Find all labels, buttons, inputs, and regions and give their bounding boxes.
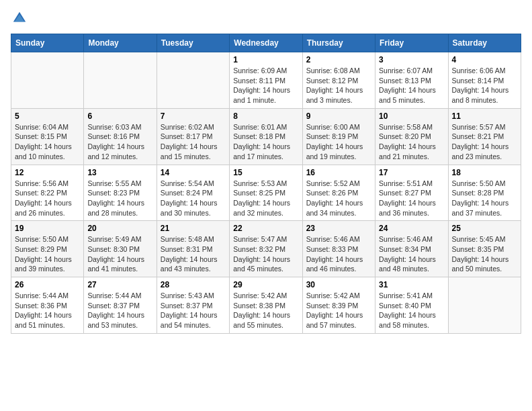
day-info: Sunrise: 5:49 AM Sunset: 8:30 PM Dayligh… (87, 234, 152, 274)
day-number: 31 (379, 280, 444, 289)
day-info: Sunrise: 5:52 AM Sunset: 8:26 PM Dayligh… (306, 179, 371, 218)
day-info: Sunrise: 5:42 AM Sunset: 8:38 PM Dayligh… (233, 291, 298, 330)
calendar-cell: 18Sunrise: 5:50 AM Sunset: 8:28 PM Dayli… (448, 165, 521, 221)
calendar-cell: 8Sunrise: 6:01 AM Sunset: 8:18 PM Daylig… (230, 108, 302, 165)
day-number: 1 (233, 55, 298, 64)
day-header-tuesday: Tuesday (157, 34, 229, 52)
day-info: Sunrise: 5:44 AM Sunset: 8:36 PM Dayligh… (15, 291, 80, 330)
calendar-cell: 26Sunrise: 5:44 AM Sunset: 8:36 PM Dayli… (11, 277, 84, 334)
calendar-cell: 12Sunrise: 5:56 AM Sunset: 8:22 PM Dayli… (11, 165, 84, 221)
calendar-cell: 13Sunrise: 5:55 AM Sunset: 8:23 PM Dayli… (84, 165, 157, 221)
day-info: Sunrise: 5:50 AM Sunset: 8:29 PM Dayligh… (15, 234, 80, 274)
day-number: 8 (233, 111, 298, 121)
day-number: 25 (452, 224, 517, 233)
day-number: 24 (379, 224, 444, 233)
calendar-cell: 9Sunrise: 6:00 AM Sunset: 8:19 PM Daylig… (302, 108, 375, 165)
day-info: Sunrise: 5:42 AM Sunset: 8:39 PM Dayligh… (306, 291, 371, 330)
day-info: Sunrise: 5:55 AM Sunset: 8:23 PM Dayligh… (87, 179, 152, 218)
calendar-cell: 25Sunrise: 5:45 AM Sunset: 8:35 PM Dayli… (448, 221, 521, 277)
calendar-week-row: 19Sunrise: 5:50 AM Sunset: 8:29 PM Dayli… (11, 221, 521, 277)
calendar-week-row: 1Sunrise: 6:09 AM Sunset: 8:11 PM Daylig… (11, 52, 521, 109)
calendar-cell: 16Sunrise: 5:52 AM Sunset: 8:26 PM Dayli… (302, 165, 375, 221)
day-info: Sunrise: 5:56 AM Sunset: 8:22 PM Dayligh… (15, 179, 80, 218)
calendar-cell: 6Sunrise: 6:03 AM Sunset: 8:16 PM Daylig… (84, 108, 157, 165)
day-info: Sunrise: 5:46 AM Sunset: 8:34 PM Dayligh… (379, 234, 444, 274)
day-info: Sunrise: 6:02 AM Sunset: 8:17 PM Dayligh… (161, 122, 226, 162)
day-info: Sunrise: 5:57 AM Sunset: 8:21 PM Dayligh… (452, 122, 517, 162)
calendar-cell: 27Sunrise: 5:44 AM Sunset: 8:37 PM Dayli… (84, 277, 157, 334)
day-number: 22 (233, 224, 298, 233)
day-info: Sunrise: 6:09 AM Sunset: 8:11 PM Dayligh… (233, 66, 298, 105)
calendar-cell: 2Sunrise: 6:08 AM Sunset: 8:12 PM Daylig… (302, 52, 375, 109)
day-info: Sunrise: 6:08 AM Sunset: 8:12 PM Dayligh… (306, 66, 371, 105)
day-number: 21 (161, 224, 226, 233)
day-header-thursday: Thursday (302, 34, 375, 52)
calendar-cell: 15Sunrise: 5:53 AM Sunset: 8:25 PM Dayli… (230, 165, 302, 221)
day-number: 28 (161, 280, 226, 289)
day-info: Sunrise: 6:06 AM Sunset: 8:14 PM Dayligh… (452, 66, 517, 105)
day-info: Sunrise: 6:07 AM Sunset: 8:13 PM Dayligh… (379, 66, 444, 105)
day-number: 29 (233, 280, 298, 289)
day-header-friday: Friday (375, 34, 448, 52)
day-info: Sunrise: 5:51 AM Sunset: 8:27 PM Dayligh… (379, 179, 444, 218)
calendar-cell: 29Sunrise: 5:42 AM Sunset: 8:38 PM Dayli… (230, 277, 302, 334)
calendar-table: SundayMondayTuesdayWednesdayThursdayFrid… (11, 34, 521, 334)
calendar-cell (157, 52, 229, 109)
calendar-week-row: 12Sunrise: 5:56 AM Sunset: 8:22 PM Dayli… (11, 165, 521, 221)
calendar-cell: 24Sunrise: 5:46 AM Sunset: 8:34 PM Dayli… (375, 221, 448, 277)
calendar-week-row: 5Sunrise: 6:04 AM Sunset: 8:15 PM Daylig… (11, 108, 521, 165)
day-number: 30 (306, 280, 371, 289)
day-info: Sunrise: 6:04 AM Sunset: 8:15 PM Dayligh… (15, 122, 80, 162)
day-info: Sunrise: 5:50 AM Sunset: 8:28 PM Dayligh… (452, 179, 517, 218)
day-number: 10 (379, 111, 444, 121)
day-number: 19 (15, 224, 80, 233)
calendar-week-row: 26Sunrise: 5:44 AM Sunset: 8:36 PM Dayli… (11, 277, 521, 334)
calendar-cell: 19Sunrise: 5:50 AM Sunset: 8:29 PM Dayli… (11, 221, 84, 277)
day-number: 2 (306, 55, 371, 64)
day-info: Sunrise: 5:46 AM Sunset: 8:33 PM Dayligh… (306, 234, 371, 274)
day-info: Sunrise: 5:53 AM Sunset: 8:25 PM Dayligh… (233, 179, 298, 218)
logo-icon (12, 11, 27, 26)
logo (11, 11, 27, 26)
day-header-sunday: Sunday (11, 34, 84, 52)
day-number: 4 (452, 55, 517, 64)
day-info: Sunrise: 6:01 AM Sunset: 8:18 PM Dayligh… (233, 122, 298, 162)
day-number: 16 (306, 168, 371, 177)
calendar-cell: 31Sunrise: 5:41 AM Sunset: 8:40 PM Dayli… (375, 277, 448, 334)
day-number: 3 (379, 55, 444, 64)
calendar-cell: 7Sunrise: 6:02 AM Sunset: 8:17 PM Daylig… (157, 108, 229, 165)
day-number: 9 (306, 111, 371, 121)
calendar-cell: 5Sunrise: 6:04 AM Sunset: 8:15 PM Daylig… (11, 108, 84, 165)
calendar-header-row: SundayMondayTuesdayWednesdayThursdayFrid… (11, 34, 521, 52)
day-number: 13 (87, 168, 152, 177)
day-info: Sunrise: 5:43 AM Sunset: 8:37 PM Dayligh… (161, 291, 226, 330)
day-info: Sunrise: 5:41 AM Sunset: 8:40 PM Dayligh… (379, 291, 444, 330)
day-header-saturday: Saturday (448, 34, 521, 52)
day-number: 20 (87, 224, 152, 233)
day-number: 18 (452, 168, 517, 177)
calendar-cell: 3Sunrise: 6:07 AM Sunset: 8:13 PM Daylig… (375, 52, 448, 109)
page-header (11, 11, 521, 26)
day-number: 14 (161, 168, 226, 177)
day-info: Sunrise: 5:45 AM Sunset: 8:35 PM Dayligh… (452, 234, 517, 274)
calendar-cell (11, 52, 84, 109)
day-info: Sunrise: 5:47 AM Sunset: 8:32 PM Dayligh… (233, 234, 298, 274)
day-number: 27 (87, 280, 152, 289)
day-number: 26 (15, 280, 80, 289)
calendar-cell: 30Sunrise: 5:42 AM Sunset: 8:39 PM Dayli… (302, 277, 375, 334)
day-info: Sunrise: 5:54 AM Sunset: 8:24 PM Dayligh… (161, 179, 226, 218)
day-info: Sunrise: 6:00 AM Sunset: 8:19 PM Dayligh… (306, 122, 371, 162)
day-number: 15 (233, 168, 298, 177)
day-info: Sunrise: 5:44 AM Sunset: 8:37 PM Dayligh… (87, 291, 152, 330)
day-info: Sunrise: 5:58 AM Sunset: 8:20 PM Dayligh… (379, 122, 444, 162)
calendar-cell: 1Sunrise: 6:09 AM Sunset: 8:11 PM Daylig… (230, 52, 302, 109)
day-number: 6 (87, 111, 152, 121)
day-header-monday: Monday (84, 34, 157, 52)
day-header-wednesday: Wednesday (230, 34, 302, 52)
calendar-cell: 22Sunrise: 5:47 AM Sunset: 8:32 PM Dayli… (230, 221, 302, 277)
calendar-cell: 4Sunrise: 6:06 AM Sunset: 8:14 PM Daylig… (448, 52, 521, 109)
calendar-cell (84, 52, 157, 109)
calendar-cell: 14Sunrise: 5:54 AM Sunset: 8:24 PM Dayli… (157, 165, 229, 221)
day-number: 11 (452, 111, 517, 121)
day-number: 7 (161, 111, 226, 121)
